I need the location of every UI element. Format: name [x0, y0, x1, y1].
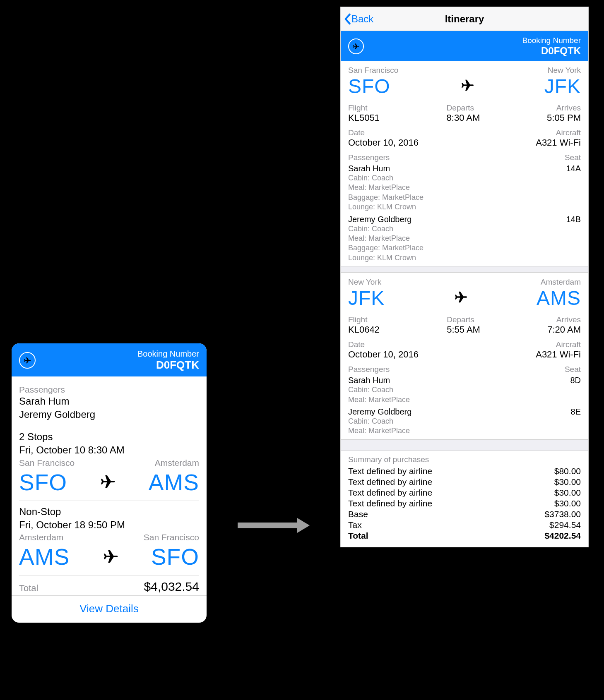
arrives-label: Arrives [547, 315, 581, 324]
aircraft-value: A321 Wi-Fi [536, 349, 581, 360]
departs-value: 5:55 AM [447, 324, 480, 335]
passenger-detail: Baggage: MarketPlace [348, 193, 581, 202]
flight-value: KL5051 [348, 113, 380, 123]
from-city: San Francisco [348, 66, 398, 75]
airplane-icon [98, 472, 117, 493]
segment-datetime: Fri, October 18 9:50 PM [19, 518, 199, 532]
itinerary-header: Booking Number D0FQTK [341, 31, 588, 61]
purchase-line: Text defined by airline$30.00 [348, 498, 581, 509]
flight-label: Flight [348, 315, 380, 324]
passenger-detail: Baggage: MarketPlace [348, 243, 581, 253]
back-button[interactable]: Back [341, 13, 373, 25]
departs-label: Departs [447, 103, 480, 113]
itinerary-screen: Back Itinerary Booking Number D0FQTK San… [340, 7, 589, 547]
to-code: AMS [149, 471, 199, 494]
flight-label: Flight [348, 103, 380, 113]
from-code: SFO [19, 471, 67, 494]
seat-value: 8D [570, 376, 581, 385]
passenger-detail: Lounge: KLM Crown [348, 253, 581, 263]
svg-marker-1 [297, 518, 310, 533]
booking-number-label: Booking Number [522, 36, 581, 45]
card-header: Booking Number D0FQTK [12, 343, 207, 376]
segment-summary: 2 Stops Fri, October 10 8:30 AM San Fran… [19, 426, 199, 501]
arrives-label: Arrives [547, 103, 581, 113]
seat-label: Seat [565, 365, 581, 374]
passenger-detail: Meal: MarketPlace [348, 395, 581, 405]
arrives-value: 7:20 AM [547, 324, 581, 335]
aircraft-label: Aircraft [536, 128, 581, 137]
to-city: Amsterdam [541, 278, 581, 287]
flight-segment: San Francisco New York SFO JFK FlightKL5… [341, 61, 588, 266]
passenger-detail: Cabin: Coach [348, 173, 581, 183]
section-divider [341, 266, 588, 273]
date-label: Date [348, 128, 419, 137]
view-details-button[interactable]: View Details [12, 595, 207, 623]
airplane-icon [459, 77, 476, 96]
purchases-summary: Summary of purchases Text defined by air… [341, 451, 588, 547]
date-value: October 10, 2016 [348, 137, 419, 148]
passenger-name: Sarah Hum [348, 376, 390, 385]
segment-summary: Non-Stop Fri, October 18 9:50 PM Amsterd… [19, 501, 199, 576]
passengers-label: Passengers [348, 365, 390, 374]
airplane-icon [348, 38, 364, 54]
airplane-icon [101, 547, 120, 568]
back-label: Back [351, 13, 373, 25]
section-divider [341, 439, 588, 451]
date-label: Date [348, 340, 419, 349]
from-code: AMS [19, 546, 70, 568]
passenger-name: Sarah Hum [348, 164, 390, 173]
departs-label: Departs [447, 315, 480, 324]
segment-stops: Non-Stop [19, 505, 199, 518]
transition-arrow-icon [236, 517, 310, 534]
to-city: New York [548, 66, 581, 75]
passenger-block: Sarah Hum14A Cabin: Coach Meal: MarketPl… [348, 164, 581, 263]
purchase-line: Text defined by airline$30.00 [348, 487, 581, 498]
airplane-icon [19, 352, 36, 369]
date-value: October 10, 2016 [348, 349, 419, 360]
seat-value: 14B [566, 215, 581, 224]
from-city: Amsterdam [19, 532, 63, 542]
to-city: San Francisco [144, 532, 199, 542]
passenger-name: Jeremy Goldberg [19, 408, 199, 421]
passenger-detail: Lounge: KLM Crown [348, 202, 581, 212]
total-label: Total [19, 583, 38, 594]
seat-value: 8E [571, 407, 581, 417]
passenger-name: Jeremy Goldberg [348, 215, 411, 224]
passenger-block: Sarah Hum8D Cabin: Coach Meal: MarketPla… [348, 376, 581, 436]
arrives-value: 5:05 PM [547, 113, 581, 123]
purchase-line: Text defined by airline$30.00 [348, 477, 581, 487]
purchase-line: Text defined by airline$80.00 [348, 466, 581, 477]
booking-number-label: Booking Number [137, 349, 199, 359]
nav-bar: Back Itinerary [341, 7, 588, 31]
airplane-icon [452, 289, 469, 307]
flight-segment: New York Amsterdam JFK AMS FlightKL0642 … [341, 273, 588, 439]
passenger-detail: Cabin: Coach [348, 417, 581, 426]
passenger-detail: Meal: MarketPlace [348, 183, 581, 192]
passenger-detail: Meal: MarketPlace [348, 426, 581, 436]
passenger-name: Sarah Hum [19, 395, 199, 408]
total-value: $4,032.54 [144, 580, 199, 594]
purchases-heading: Summary of purchases [348, 455, 581, 466]
segment-stops: 2 Stops [19, 430, 199, 443]
from-code: JFK [348, 287, 385, 309]
passenger-name: Jeremy Goldberg [348, 407, 411, 417]
to-city: Amsterdam [155, 458, 199, 468]
passengers-label: Passengers [19, 385, 199, 395]
departs-value: 8:30 AM [447, 113, 480, 123]
booking-number-value: D0FQTK [522, 45, 581, 57]
from-city: New York [348, 278, 381, 287]
page-title: Itinerary [341, 13, 588, 25]
passenger-detail: Meal: MarketPlace [348, 234, 581, 243]
purchase-line: Base$3738.00 [348, 509, 581, 520]
seat-value: 14A [566, 164, 581, 173]
seat-label: Seat [565, 153, 581, 162]
passenger-detail: Cabin: Coach [348, 385, 581, 395]
from-city: San Francisco [19, 458, 75, 468]
booking-number-value: D0FQTK [137, 359, 199, 372]
passengers-label: Passengers [348, 153, 390, 162]
flight-value: KL0642 [348, 324, 380, 335]
segment-datetime: Fri, October 10 8:30 AM [19, 443, 199, 457]
booking-summary-card: Booking Number D0FQTK Passengers Sarah H… [12, 343, 207, 623]
to-code: JFK [544, 75, 581, 98]
aircraft-label: Aircraft [536, 340, 581, 349]
